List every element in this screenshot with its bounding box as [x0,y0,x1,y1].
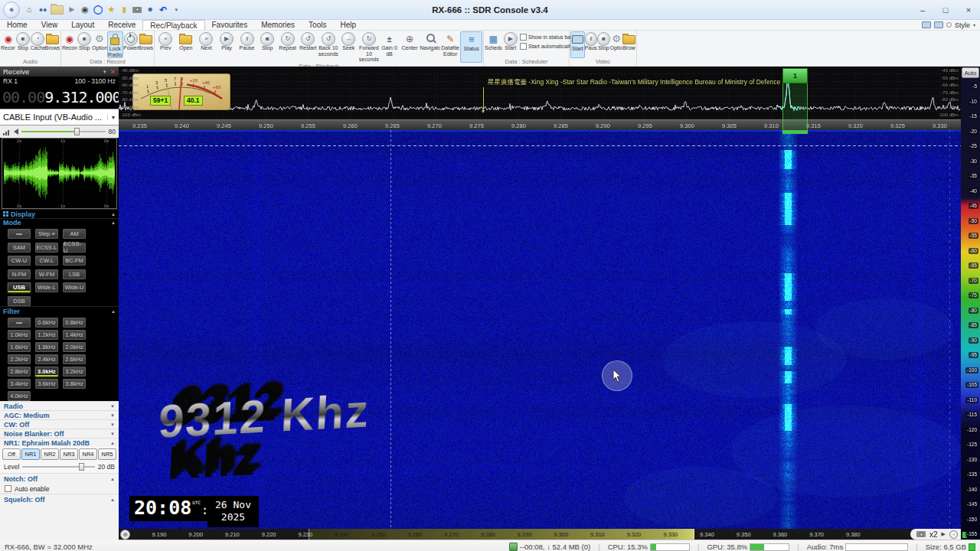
ribbon-button-back-10-seconds[interactable]: ↺Back 10 seconds [318,31,339,63]
frequency-display[interactable]: 00.009.312.000 [0,86,119,109]
ribbon-button-repeat[interactable]: ↻Repeat [277,31,298,63]
menu-tab-favourites[interactable]: Favourites [205,20,255,30]
speaker-icon[interactable] [14,129,18,135]
spectrum-display[interactable]: 1 3 5 7 9 +20 +40 +60 59+1 40.1 星 [119,67,961,119]
mode-button-n-fm[interactable]: N-FM [8,269,31,279]
audio-device-select[interactable]: CABLE Input (VB-Audio ... ▼ [0,109,119,126]
ribbon-button-power[interactable]: Power [123,31,139,58]
spectrum-canvas[interactable] [119,67,961,119]
mode-button-bc-fm[interactable]: BC-FM [63,256,86,266]
ribbon-button-stop[interactable]: ■Stop [597,31,610,58]
notch-section-header[interactable]: Notch: Off ▲ [0,473,119,484]
filter-button-1-2khz[interactable]: 1.2kHz [35,330,58,340]
ribbon-button-stop[interactable]: ■Stop [77,31,93,58]
chevron-down-icon[interactable]: ▼ [110,404,115,409]
squelch-section-header[interactable]: Squelch: Off ▲ [0,494,119,504]
chevron-up-icon[interactable]: ▲ [111,212,116,217]
volume-slider-handle[interactable] [74,128,80,135]
record-icon[interactable]: ◉ [80,5,90,15]
volume-slider[interactable] [21,128,106,135]
camera-icon[interactable] [916,531,926,537]
nr-button-nr5[interactable]: NR5 [98,448,116,460]
filter-button-1-6khz[interactable]: 1.6kHz [8,342,31,352]
play-forward-icon[interactable]: ▶ [942,531,946,537]
home-icon[interactable]: ⌂ [24,5,34,15]
filter-button-2-0khz[interactable]: 2.0kHz [63,342,86,352]
band-navigator[interactable]: ⊕ x2 ▶ → 9.1909.2009.2109.2209.2309.2409… [119,529,961,540]
menu-tab-tools[interactable]: Tools [302,20,333,30]
minimize-button[interactable]: – [911,2,934,18]
mode-button-lsb[interactable]: LSB [63,269,86,279]
mode-button-sam[interactable]: SAM [8,243,31,253]
filter-button-0-8khz[interactable]: 0.8kHz [63,318,86,328]
ribbon-button-next[interactable]: »Next [196,31,217,63]
close-button[interactable]: × [957,2,980,18]
spectrum-frequency-scale[interactable]: 9.2359.2409.2459.2509.2559.2609.2659.270… [119,119,961,130]
filter-button-2-2khz[interactable]: 2.2kHz [8,354,31,364]
filter-button-2-6khz[interactable]: 2.6kHz [63,354,86,364]
key-icon[interactable]: ▮ [119,5,129,15]
menu-tab-view[interactable]: View [34,20,65,30]
maximize-button[interactable]: □ [934,2,957,18]
close-icon[interactable]: ✕ [109,68,116,76]
star-icon[interactable]: ★ [106,5,116,15]
filter-button-3-6khz[interactable]: 3.6kHz [35,379,58,389]
chevron-down-icon[interactable]: ▾ [103,69,106,75]
folder-icon[interactable] [51,5,64,15]
frequency-marker[interactable]: 1 [782,68,808,135]
ribbon-button-start[interactable]: Start [570,31,585,58]
monitor-icon[interactable] [922,21,931,28]
nr-button-off[interactable]: Off [2,448,21,460]
nr-level-handle[interactable] [79,463,84,471]
mode-button-step[interactable]: Step ≡ [35,229,58,239]
ring-icon[interactable]: ◯ [93,5,103,15]
panel-header[interactable]: Receive ▾ ✕ [0,67,119,77]
mode-button-wide-u[interactable]: Wide-U [63,282,86,292]
mode-button-dsb[interactable]: DSB [8,296,31,306]
app-icon[interactable]: ◈ [3,2,20,18]
ribbon-button-options[interactable]: ⚙Options [92,31,107,58]
audio-scope[interactable]: 2s 1s 0s 2s 1s 0s [2,138,117,209]
mode-button-cw-u[interactable]: CW-U [8,256,31,266]
ribbon-button-options[interactable]: ⚙Options [610,31,623,58]
ribbon-button-stop[interactable]: ■Stop [257,31,278,63]
filter-button-3-8khz[interactable]: 3.8kHz [63,379,86,389]
menu-tab-help[interactable]: Help [333,20,363,30]
filter-section-header[interactable]: Filter ▲ [0,306,119,315]
pan-right-icon[interactable]: → [949,530,958,539]
chevron-up-icon[interactable]: ▲ [110,497,115,502]
chevron-down-icon[interactable]: ▼ [110,413,115,418]
filter-button-[interactable]: ••• [8,318,31,328]
menu-tab-home[interactable]: Home [0,20,34,30]
mode-button-ecss-u[interactable]: ECSS-U [63,243,86,253]
users-icon[interactable]: ☻☻ [38,5,47,15]
filter-button-4-0khz[interactable]: 4.0kHz [8,391,31,401]
ribbon-button-navigator[interactable]: Navigator [420,31,440,63]
mode-button-ecss-l[interactable]: ECSS-L [35,243,58,253]
ribbon-button-lock-radio[interactable]: Lock Radio [107,31,124,58]
ribbon-button-pause[interactable]: ‖Pause [237,31,257,63]
display-section-header[interactable]: Display ▲ [0,209,119,218]
ribbon-button-cache[interactable]: ◔Cache [31,31,45,58]
nr1-section-header[interactable]: NR1: Ephraim Malah 20dB ▲ [0,438,119,447]
pin-icon[interactable] [946,22,952,28]
filter-button-3-4khz[interactable]: 3.4kHz [8,379,31,389]
chevron-up-icon[interactable]: ▲ [111,220,116,225]
nr-level-slider[interactable] [22,463,94,471]
ribbon-button-seek[interactable]: ↔Seek [338,31,359,63]
cw-section-header[interactable]: CW: Off ▼ [0,419,119,429]
ribbon-button-pause[interactable]: ‖Pause [585,31,598,58]
filter-button-2-8khz[interactable]: 2.8kHz [8,367,31,377]
filter-button-1-8khz[interactable]: 1.8kHz [35,342,58,352]
chevron-up-icon[interactable]: ▲ [111,309,116,314]
chevron-up-icon[interactable]: ▲ [110,477,115,481]
mode-button-w-fm[interactable]: W-FM [35,269,58,279]
noise-blanker-section-header[interactable]: Noise Blanker: Off ▼ [0,429,119,438]
ribbon-button-center[interactable]: ⊕Center [400,31,420,63]
ribbon-button-forward-10-seconds[interactable]: ↻Forward 10 seconds [359,31,380,63]
checkbox-show-in-status-bar[interactable]: Show in status bar [520,34,567,41]
undo-icon[interactable]: ↶ [158,5,168,15]
ribbon-button-record[interactable]: ◉Record [1,31,15,58]
menu-tab-receive[interactable]: Receive [101,20,142,30]
ribbon-button-browse[interactable]: Browse [45,31,60,58]
